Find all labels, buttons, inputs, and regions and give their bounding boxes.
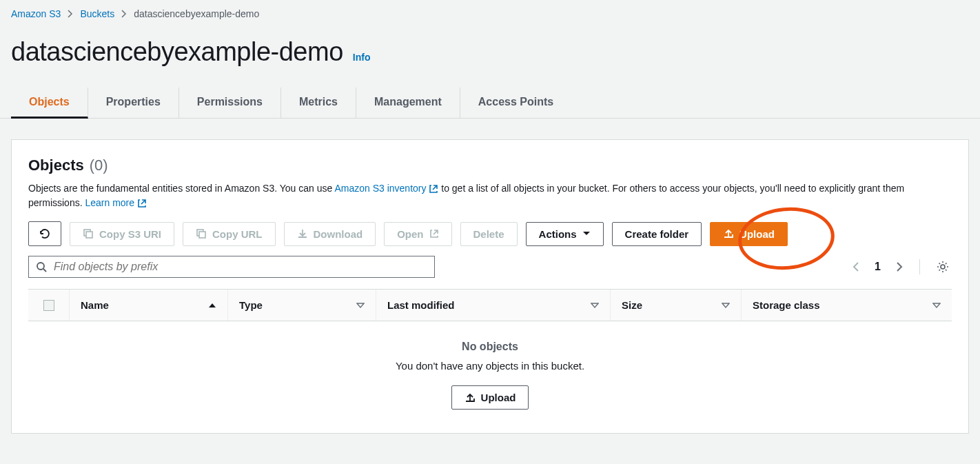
desc-text: Objects are the fundamental entities sto… xyxy=(28,183,334,194)
copy-s3-uri-button[interactable]: Copy S3 URI xyxy=(70,222,174,246)
page-number: 1 xyxy=(875,261,881,273)
table-header: Name Type Last modified Size xyxy=(28,289,952,321)
column-storage-class[interactable]: Storage class xyxy=(742,290,952,321)
page-prev-button[interactable] xyxy=(850,259,862,275)
tab-permissions[interactable]: Permissions xyxy=(179,88,281,118)
panel-description: Objects are the fundamental entities sto… xyxy=(28,181,952,210)
empty-subtitle: You don't have any objects in this bucke… xyxy=(28,360,952,372)
tab-properties[interactable]: Properties xyxy=(88,88,179,118)
button-label: Delete xyxy=(473,228,504,240)
breadcrumb-buckets[interactable]: Buckets xyxy=(80,8,114,19)
info-link[interactable]: Info xyxy=(353,52,371,63)
learn-more-link[interactable]: Learn more xyxy=(85,197,146,208)
button-label: Upload xyxy=(739,228,775,240)
button-label: Copy URL xyxy=(212,228,263,240)
column-last-modified[interactable]: Last modified xyxy=(376,290,611,321)
breadcrumb: Amazon S3 Buckets datasciencebyexample-d… xyxy=(0,0,980,25)
sort-icon xyxy=(932,302,941,309)
gear-icon xyxy=(937,261,949,273)
breadcrumb-root[interactable]: Amazon S3 xyxy=(11,8,61,19)
button-label: Actions xyxy=(539,228,577,240)
column-size[interactable]: Size xyxy=(611,290,742,321)
pagination: 1 xyxy=(850,258,952,276)
external-link-icon xyxy=(137,199,147,208)
sort-icon xyxy=(722,302,730,309)
column-label: Storage class xyxy=(753,299,820,311)
page-next-button[interactable] xyxy=(893,259,906,275)
upload-button[interactable]: Upload xyxy=(710,222,788,246)
refresh-icon xyxy=(39,228,51,240)
page-header: datasciencebyexample-demo Info xyxy=(0,25,980,88)
column-label: Size xyxy=(622,299,642,311)
caret-down-icon xyxy=(582,231,591,236)
inventory-link[interactable]: Amazon S3 inventory xyxy=(334,183,438,194)
tab-management[interactable]: Management xyxy=(356,88,460,118)
svg-point-4 xyxy=(37,263,44,270)
settings-button[interactable] xyxy=(934,258,952,276)
page-title: datasciencebyexample-demo xyxy=(11,37,343,67)
copy-url-button[interactable]: Copy URL xyxy=(183,222,276,246)
tabs: Objects Properties Permissions Metrics M… xyxy=(0,88,980,119)
upload-icon xyxy=(465,392,476,403)
toolbar: Copy S3 URI Copy URL Download Open xyxy=(28,221,952,246)
button-label: Open xyxy=(397,228,423,240)
column-label: Name xyxy=(81,299,109,311)
search-input[interactable] xyxy=(54,261,427,273)
empty-upload-button[interactable]: Upload xyxy=(451,385,529,410)
search-icon xyxy=(36,261,47,272)
button-label: Download xyxy=(314,228,363,240)
external-link-icon xyxy=(429,229,439,239)
download-icon xyxy=(297,228,308,239)
panel-count: (0) xyxy=(90,157,108,174)
chevron-right-icon xyxy=(121,10,127,18)
actions-dropdown[interactable]: Actions xyxy=(526,222,604,246)
sort-icon xyxy=(591,302,599,309)
select-all-checkbox[interactable] xyxy=(43,300,54,311)
divider xyxy=(919,259,920,274)
create-folder-button[interactable]: Create folder xyxy=(612,222,702,246)
external-link-icon xyxy=(429,184,438,194)
upload-icon xyxy=(723,228,734,239)
svg-point-5 xyxy=(941,265,945,269)
sort-icon xyxy=(356,302,365,309)
column-name[interactable]: Name xyxy=(70,290,228,321)
svg-rect-1 xyxy=(86,232,92,238)
open-button[interactable]: Open xyxy=(384,222,451,246)
column-label: Type xyxy=(239,299,263,311)
panel-title: Objects xyxy=(28,157,84,174)
chevron-right-icon xyxy=(68,10,73,18)
objects-panel: Objects (0) Objects are the fundamental … xyxy=(11,139,969,434)
empty-title: No objects xyxy=(28,341,952,353)
refresh-button[interactable] xyxy=(28,221,61,246)
tab-access-points[interactable]: Access Points xyxy=(460,88,571,118)
empty-state: No objects You don't have any objects in… xyxy=(28,321,952,416)
button-label: Create folder xyxy=(625,228,689,240)
sort-asc-icon xyxy=(208,302,216,309)
tab-objects[interactable]: Objects xyxy=(11,88,88,119)
column-checkbox[interactable] xyxy=(28,290,70,321)
button-label: Copy S3 URI xyxy=(99,228,161,240)
svg-rect-3 xyxy=(199,232,205,238)
copy-icon xyxy=(83,228,94,239)
button-label: Upload xyxy=(481,392,516,403)
download-button[interactable]: Download xyxy=(284,222,376,246)
copy-icon xyxy=(196,228,207,239)
tab-metrics[interactable]: Metrics xyxy=(281,88,356,118)
column-type[interactable]: Type xyxy=(228,290,376,321)
search-box[interactable] xyxy=(28,256,435,278)
breadcrumb-current: datasciencebyexample-demo xyxy=(134,8,259,19)
delete-button[interactable]: Delete xyxy=(460,222,518,246)
column-label: Last modified xyxy=(387,299,455,311)
